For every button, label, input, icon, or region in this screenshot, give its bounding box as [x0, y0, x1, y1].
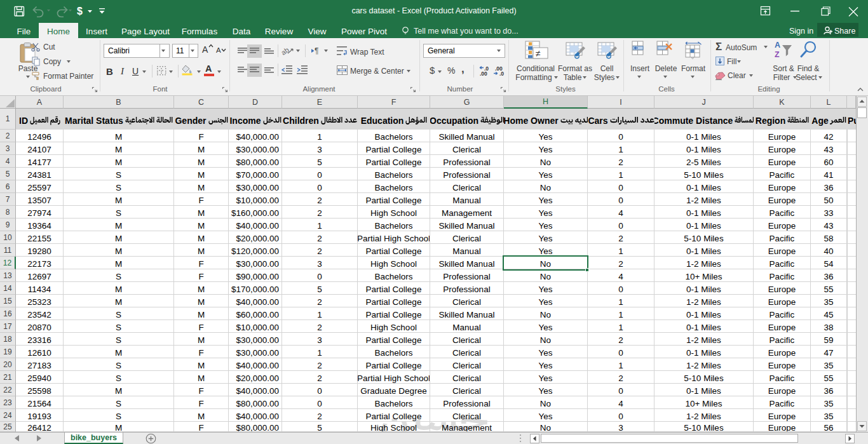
svg-text:¶: ¶	[315, 46, 318, 55]
svg-text:A: A	[775, 41, 780, 50]
svg-text:.0: .0	[499, 71, 504, 77]
svg-text:≠: ≠	[536, 48, 541, 58]
svg-text:.00: .00	[480, 71, 487, 77]
svg-text:Z: Z	[775, 50, 780, 59]
